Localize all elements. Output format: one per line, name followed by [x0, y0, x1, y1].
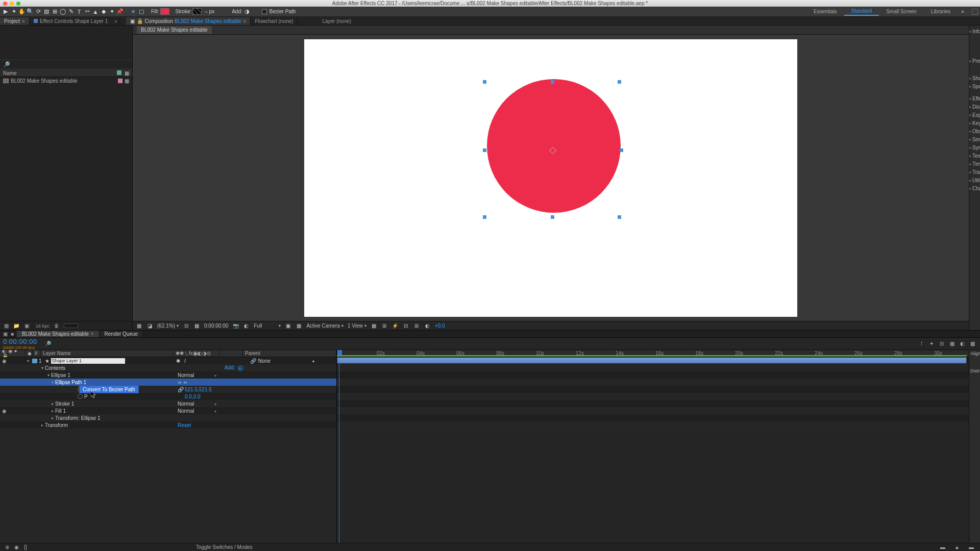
add-shape-link[interactable]: Add: ▸ [225, 365, 243, 371]
brush-tool-icon[interactable]: ✏ [84, 8, 91, 15]
draft-3d-icon[interactable]: ✦ [928, 340, 935, 347]
workspace-essentials[interactable]: Essentials [806, 8, 844, 15]
av-columns[interactable]: ◐ ◉ ● 🔒 [0, 350, 26, 357]
ellipse-shape[interactable] [487, 79, 621, 213]
toggle-switches-modes[interactable]: Toggle Switches / Modes [196, 544, 253, 550]
position-value[interactable]: 0.0,0.0 [185, 394, 201, 399]
dock-character[interactable]: ▸Character [969, 185, 980, 192]
timeline-icon[interactable]: ⊟ [403, 322, 409, 329]
zoom-dropdown[interactable]: (62.1%)▾ [157, 323, 179, 329]
resolution-dropdown[interactable]: Full▾ [254, 323, 281, 329]
twirl-icon[interactable]: ▸ [50, 402, 55, 406]
snapshot-icon[interactable]: 📷 [232, 322, 239, 329]
composition-tab-menu-icon[interactable]: ≡ [243, 18, 247, 24]
parent-dropdown[interactable]: 🔗 None ▾ [250, 358, 314, 364]
project-items[interactable]: BL002 Make Shapes editable ▦ [0, 77, 132, 321]
visibility-toggle-icon[interactable]: ◉ [2, 358, 7, 364]
snap-star-icon[interactable]: ★ [130, 8, 137, 15]
interpret-footage-icon[interactable]: ▦ [3, 323, 9, 329]
layer-row-1[interactable]: ◉ ▾ 1 ★ Shape Layer 1 ✱ / 🔗 None ▾ [0, 357, 336, 364]
viewer-canvas-area[interactable] [133, 35, 969, 321]
graph-editor-icon[interactable]: ▩ [969, 340, 976, 347]
track-area[interactable]: 02s 04s 06s 08s 10s 12s 14s 16s 18s 20s … [337, 350, 969, 543]
twirl-icon[interactable]: ▾ [26, 359, 31, 363]
render-icon[interactable]: ◉ [13, 544, 19, 550]
comp-mini-flowchart-icon[interactable]: ⊺ [918, 340, 925, 347]
reset-exposure-icon[interactable]: ◐ [424, 322, 431, 329]
dock-shortcuts[interactable]: ▸Shortcuts [969, 74, 980, 82]
reset-link[interactable]: Reset [178, 422, 191, 428]
dock-row-e[interactable]: ▸Simulation [969, 136, 980, 143]
fill-color-swatch[interactable] [160, 8, 169, 15]
pen-tool-icon[interactable]: ✎ [67, 8, 75, 15]
home-icon[interactable]: ▶ [2, 8, 9, 15]
handle-bc[interactable] [551, 215, 554, 219]
comp-lock-icon[interactable]: 🔒 [137, 18, 143, 24]
project-search-row[interactable]: 🔎 [0, 60, 132, 69]
ellipse-mode-dropdown[interactable]: Normal▾ [178, 372, 216, 378]
layer-color-label[interactable] [32, 359, 37, 363]
composition-name-link[interactable]: BL002 Make Shapes editable [175, 18, 241, 24]
pan-behind-tool-icon[interactable]: ⊞ [51, 8, 58, 15]
transform-group[interactable]: ▸ Transform Reset [0, 421, 336, 429]
workspace-libraries[interactable]: Libraries [924, 8, 958, 15]
dock-align[interactable]: Align [969, 350, 980, 357]
new-folder-icon[interactable]: 📁 [13, 323, 19, 329]
ellipse-path-row[interactable]: ▾ Ellipse Path 1 ⬄ ⬄ [0, 379, 336, 386]
handle-br[interactable] [618, 215, 621, 219]
transform-ellipse-group[interactable]: ▸ Transform: Ellipse 1 [0, 414, 336, 421]
parent-column[interactable]: Parent [243, 350, 336, 357]
dock-row-a[interactable]: ▸Distort [969, 103, 980, 110]
bezier-path-checkbox[interactable] [262, 9, 267, 14]
viewer-nested-tab[interactable]: BL002 Make Shapes editable [137, 26, 212, 34]
project-tab[interactable]: Project ≡ [0, 17, 29, 25]
dock-info[interactable]: ▸Info [969, 28, 980, 35]
handle-bl[interactable] [483, 215, 486, 219]
twirl-icon[interactable]: ▸ [40, 423, 45, 428]
dock-preview[interactable]: ▸Preview [969, 57, 980, 64]
project-column-header[interactable]: Name ▦ [0, 69, 132, 77]
shape-tool-icon[interactable]: ◯ [59, 8, 66, 15]
comp-flowchart-icon[interactable]: ⊞ [413, 322, 420, 329]
size-constrain-icon[interactable]: 🔗 [178, 387, 184, 392]
layer-switches[interactable]: ✱ / [176, 358, 193, 364]
zoom-tool-icon[interactable]: 🔍 [27, 8, 34, 15]
handle-tl[interactable] [483, 80, 486, 84]
always-preview-icon[interactable]: ▦ [136, 322, 142, 329]
work-area-bar[interactable] [337, 355, 967, 357]
current-timecode[interactable]: 0:00:00:00 [3, 338, 39, 345]
hide-shy-icon[interactable]: ⊟ [938, 340, 945, 347]
puppet-tool-icon[interactable]: 📌 [116, 8, 124, 15]
layer-tab[interactable]: Layer (none) [318, 17, 355, 25]
effect-controls-tab[interactable]: Effect Controls Shape Layer 1 [30, 17, 112, 25]
dock-space[interactable]: ▸Space [969, 83, 980, 90]
camera-tool-icon[interactable]: ▧ [43, 8, 50, 15]
context-menu-convert-bezier[interactable]: Convert To Bezier Path [79, 385, 139, 393]
handle-ml[interactable] [483, 148, 486, 152]
twirl-icon[interactable]: ▸ [50, 409, 55, 413]
zoom-slider[interactable]: ▲ [954, 544, 960, 550]
dock-row-b[interactable]: ▸Expression [969, 111, 980, 118]
view-layout-icon[interactable]: ▦ [371, 322, 377, 329]
eraser-tool-icon[interactable]: ◆ [100, 8, 107, 15]
type-tool-icon[interactable]: T [76, 8, 83, 15]
fast-preview-icon[interactable]: ⚡ [392, 322, 399, 329]
clone-tool-icon[interactable]: ▲ [92, 8, 99, 15]
transparency-icon[interactable]: ▦ [296, 322, 302, 329]
stopwatch-icon[interactable] [78, 394, 83, 399]
layer-name-input[interactable]: Shape Layer 1 [51, 358, 125, 364]
zoom-out-icon[interactable]: ▬ [940, 544, 945, 550]
current-time-indicator-line[interactable] [339, 357, 339, 543]
camera-dropdown[interactable]: Active Camera▾ [306, 323, 344, 329]
dock-row-f[interactable]: ▸Synthetic [969, 144, 980, 151]
selection-tool-icon[interactable]: ✦ [10, 8, 17, 15]
handle-mr[interactable] [620, 148, 623, 152]
composition-canvas[interactable] [304, 39, 797, 317]
project-item-color-label[interactable] [118, 79, 122, 83]
position-property[interactable]: P 0.0,0.0 [0, 393, 336, 400]
fill-mode-dropdown[interactable]: Normal▾ [178, 408, 216, 414]
views-dropdown[interactable]: 1 View▾ [348, 323, 366, 329]
size-property[interactable]: S 🔗 521.5,521.5 [0, 386, 336, 393]
tracks[interactable] [337, 357, 969, 543]
dock-row-d[interactable]: ▸Obsolete [969, 128, 980, 135]
